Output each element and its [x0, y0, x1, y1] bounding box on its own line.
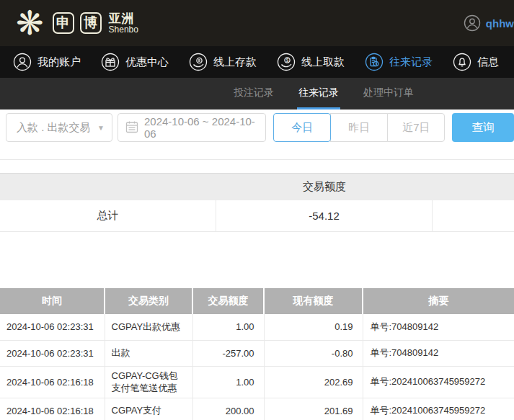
- cell-summary: 单号:202410063745959272: [363, 398, 514, 420]
- transactions-table: 时间 交易类别 交易额度 现有额度 摘要 2024-10-06 02:23:31…: [0, 288, 514, 420]
- nav-item-label: 我的账户: [37, 55, 81, 69]
- flower-logo-icon: ❋: [16, 6, 44, 40]
- summary-total-value: -54.12: [216, 200, 433, 231]
- cell-summary: 单号:704809142: [363, 314, 514, 340]
- brand-region-block: 亚洲 Shenbo: [109, 12, 138, 34]
- table-row: 2024-10-06 02:16:18CGPAY-CG钱包支付笔笔送优惠1.00…: [0, 366, 514, 398]
- gift-icon: [101, 53, 120, 71]
- date-range-value: 2024-10-06 ~ 2024-10-06: [144, 115, 258, 140]
- column-header-summary: 摘要: [363, 288, 514, 314]
- summary-header: 交易额度: [0, 173, 514, 200]
- tab-label: 处理中订单: [363, 86, 414, 99]
- search-button[interactable]: 查询: [452, 113, 514, 142]
- brand-region: 亚洲: [109, 12, 138, 25]
- cell-type: 出款: [105, 340, 192, 366]
- date-range-input[interactable]: 2024-10-06 ~ 2024-10-06: [118, 113, 266, 142]
- summary-total-row: 总计 -54.12: [0, 200, 514, 232]
- filter-bar: 入款 . 出款交易 ▼ 2024-10-06 ~ 2024-10-06 今日 昨…: [0, 110, 514, 160]
- cell-amount: 1.00: [192, 366, 264, 398]
- cell-type: CGPAY支付: [105, 398, 192, 420]
- cell-balance: 202.69: [264, 366, 363, 398]
- cell-time: 2024-10-06 02:23:31: [0, 314, 105, 340]
- nav-item-promotions[interactable]: 优惠中心: [101, 53, 169, 71]
- nav-item-online-deposit[interactable]: 线上存款: [189, 53, 257, 71]
- tab-label: 往来记录: [298, 86, 339, 99]
- yesterday-button[interactable]: 昨日: [330, 113, 388, 142]
- dropdown-value: 入款 . 出款交易: [17, 121, 91, 135]
- table-row: 2024-10-06 02:23:31出款-257.00-0.80单号:7048…: [0, 340, 514, 366]
- summary-total-label: 总计: [0, 200, 216, 231]
- chevron-down-icon: ▼: [97, 124, 105, 132]
- nav-item-label: 优惠中心: [125, 55, 169, 69]
- nav-item-my-account[interactable]: 我的账户: [13, 53, 81, 71]
- tab-label: 投注记录: [234, 86, 274, 99]
- last7days-button[interactable]: 近7日: [387, 113, 445, 142]
- withdraw-icon: $: [277, 53, 296, 71]
- cell-amount: 1.00: [192, 314, 264, 340]
- table-row: 2024-10-06 02:23:31CGPAY出款优惠1.000.19单号:7…: [0, 314, 514, 340]
- deposit-icon: [189, 53, 208, 71]
- column-header-time: 时间: [0, 288, 105, 314]
- nav-item-label: 线上取款: [301, 55, 345, 69]
- summary-table: 交易额度 总计 -54.12: [0, 173, 514, 232]
- cell-type: CGPAY-CG钱包支付笔笔送优惠: [105, 366, 192, 398]
- nav-item-label: 信息: [477, 55, 499, 69]
- nav-item-transaction-records[interactable]: 往来记录: [365, 53, 433, 71]
- brand-subtitle: Shenbo: [109, 25, 138, 35]
- nav-item-label: 往来记录: [389, 55, 433, 69]
- cell-amount: -257.00: [192, 340, 264, 366]
- cell-type: CGPAY出款优惠: [105, 314, 192, 340]
- column-header-type: 交易类别: [105, 288, 192, 314]
- logo-char-shen: 申: [53, 12, 74, 34]
- cell-balance: 201.69: [264, 398, 363, 420]
- today-button[interactable]: 今日: [273, 113, 331, 142]
- top-brand-bar: ❋ 申 博 亚洲 Shenbo qhhw: [0, 0, 514, 46]
- nav-item-online-withdraw[interactable]: $ 线上取款: [277, 53, 345, 71]
- nav-item-messages[interactable]: 信息: [453, 53, 499, 71]
- transactions-body: 2024-10-06 02:23:31CGPAY出款优惠1.000.19单号:7…: [0, 314, 514, 420]
- avatar-icon: [464, 14, 481, 32]
- tab-transaction-records[interactable]: 往来记录: [297, 78, 340, 110]
- bell-icon: [453, 53, 471, 71]
- logo-char-bo: 博: [80, 12, 102, 34]
- user-icon: [13, 53, 32, 71]
- user-account-area[interactable]: qhhw: [464, 14, 514, 32]
- cell-amount: 200.00: [192, 398, 264, 420]
- quick-date-button-group: 今日 昨日 近7日: [273, 113, 445, 142]
- records-icon: [365, 53, 384, 71]
- summary-header-label: 交易额度: [303, 180, 346, 194]
- brand-logo[interactable]: ❋ 申 博 亚洲 Shenbo: [16, 6, 138, 40]
- table-header-row: 时间 交易类别 交易额度 现有额度 摘要: [0, 288, 514, 314]
- cell-time: 2024-10-06 02:23:31: [0, 340, 105, 366]
- transaction-type-dropdown[interactable]: 入款 . 出款交易 ▼: [6, 113, 112, 142]
- main-navigation: 我的账户 优惠中心 线上存款: [0, 46, 514, 78]
- column-header-balance: 现有额度: [264, 288, 363, 314]
- transaction-records-page: ❋ 申 博 亚洲 Shenbo qhhw: [0, 0, 514, 420]
- cell-time: 2024-10-06 02:16:18: [0, 366, 105, 398]
- cell-balance: 0.19: [264, 314, 363, 340]
- username[interactable]: qhhw: [486, 17, 514, 30]
- table-row: 2024-10-06 02:16:18CGPAY支付200.00201.69单号…: [0, 398, 514, 420]
- records-subnav: 投注记录 往来记录 处理中订单: [0, 78, 514, 110]
- tab-pending-orders[interactable]: 处理中订单: [362, 78, 415, 110]
- column-header-amount: 交易额度: [192, 288, 264, 314]
- summary-empty-cell: [433, 200, 514, 231]
- cell-summary: 单号:704809142: [363, 340, 514, 366]
- cell-time: 2024-10-06 02:16:18: [0, 398, 105, 420]
- cell-balance: -0.80: [264, 340, 363, 366]
- cell-summary: 单号:202410063745959272: [363, 366, 514, 398]
- calendar-icon: [125, 120, 138, 135]
- tab-betting-records[interactable]: 投注记录: [232, 78, 275, 110]
- nav-item-label: 线上存款: [213, 55, 257, 69]
- svg-text:$: $: [286, 58, 289, 63]
